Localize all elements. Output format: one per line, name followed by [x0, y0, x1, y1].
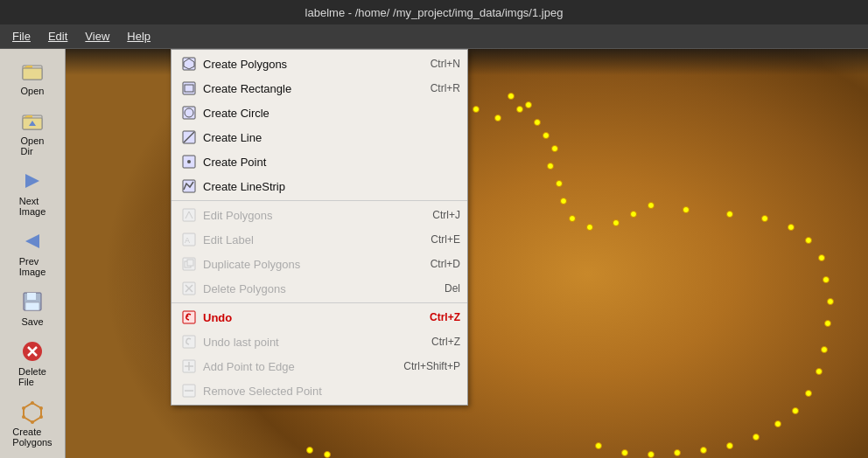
svg-point-18: [22, 406, 25, 410]
sidebar: Open OpenDir NextImage: [0, 49, 66, 458]
svg-marker-4: [25, 174, 39, 188]
annotation-dot: [494, 114, 501, 121]
menu-item-shortcut: Del: [444, 282, 460, 295]
menu-item-create-polygons[interactable]: Create PolygonsCtrl+N: [172, 52, 467, 76]
annotation-dot: [516, 106, 523, 113]
annotation-dot: [827, 298, 834, 305]
open-dir-icon: [18, 107, 46, 135]
delete-polygon-icon: [178, 280, 200, 297]
menu-item-undo-last-point: Undo last pointCtrl+Z: [172, 330, 467, 354]
menu-item-shortcut: Ctrl+N: [430, 58, 460, 70]
next-image-button[interactable]: NextImage: [3, 163, 62, 221]
menu-item-add-point-to-edge: Add Point to EdgeCtrl+Shift+P: [172, 354, 467, 378]
annotation-dot: [682, 206, 690, 213]
remove-point-icon: [178, 382, 200, 399]
svg-point-16: [31, 420, 34, 424]
annotation-dot: [547, 163, 554, 170]
annotation-dot: [621, 449, 628, 456]
open-icon: [18, 57, 46, 85]
menu-item-duplicate-polygons: Duplicate PolygonsCtrl+D: [172, 252, 467, 276]
menu-item-shortcut: Ctrl+J: [432, 209, 460, 221]
annotation-dot: [726, 211, 733, 218]
annotation-dot: [525, 101, 532, 108]
menu-edit[interactable]: Edit: [39, 26, 76, 46]
menu-help[interactable]: Help: [118, 26, 159, 46]
annotation-dot: [822, 276, 830, 283]
menu-file[interactable]: File: [4, 26, 39, 46]
annotation-dot: [821, 346, 828, 353]
create-polygons-sidebar-label: CreatePolygons: [12, 427, 52, 448]
prev-image-button[interactable]: PrevImage: [3, 223, 62, 281]
point-icon: [178, 153, 200, 170]
prev-image-label: PrevImage: [19, 256, 46, 277]
save-label: Save: [21, 316, 43, 327]
delete-file-button[interactable]: DeleteFile: [3, 333, 62, 392]
annotation-dot: [612, 219, 620, 226]
menu-item-label: Duplicate Polygons: [203, 258, 413, 271]
annotation-dot: [788, 224, 794, 231]
save-icon: [18, 288, 46, 316]
menu-item-label: Undo last point: [203, 336, 414, 349]
svg-rect-1: [23, 68, 42, 80]
menu-item-label: Delete Polygons: [203, 282, 427, 295]
menu-item-undo[interactable]: UndoCtrl+Z: [172, 305, 467, 330]
annotation-dot: [542, 132, 550, 139]
menu-item-label: Create LineStrip: [203, 180, 460, 193]
menu-item-shortcut: Ctrl+E: [430, 233, 460, 246]
annotation-dot: [805, 390, 812, 397]
menu-item-create-point[interactable]: Create Point: [172, 149, 467, 174]
menu-item-edit-label: AEdit LabelCtrl+E: [172, 227, 467, 252]
annotation-dot: [726, 442, 733, 449]
menu-item-shortcut: Ctrl+Z: [431, 336, 460, 348]
svg-rect-41: [183, 336, 195, 348]
svg-rect-19: [183, 58, 195, 70]
annotation-dot: [306, 447, 313, 454]
open-dir-button[interactable]: OpenDir: [3, 102, 62, 161]
annotation-dot: [472, 106, 480, 113]
titlebar-text: labelme - /home/ /my_project/img_data/im…: [305, 6, 564, 19]
menu-view[interactable]: View: [76, 26, 118, 46]
save-button[interactable]: Save: [3, 283, 62, 331]
menu-item-label: Undo: [203, 311, 412, 324]
svg-point-28: [187, 160, 191, 163]
menu-item-shortcut: Ctrl+R: [430, 82, 460, 94]
menu-item-label: Create Circle: [203, 107, 460, 120]
annotation-dot: [648, 202, 654, 209]
annotation-dot: [674, 449, 681, 456]
create-polygons-sidebar-button[interactable]: CreatePolygons: [3, 393, 62, 452]
annotation-dot: [792, 407, 799, 414]
edit-label-icon: A: [178, 231, 200, 248]
annotation-dot: [508, 93, 514, 100]
annotation-dot: [752, 434, 760, 441]
svg-rect-8: [25, 302, 39, 310]
annotation-dot: [648, 451, 654, 458]
annotation-dot: [818, 254, 825, 261]
annotation-dot: [805, 237, 812, 244]
svg-marker-5: [25, 234, 39, 248]
annotation-dot: [700, 447, 707, 454]
duplicate-icon: [178, 255, 200, 273]
create-polygon-icon: [18, 398, 46, 426]
annotation-dot: [551, 145, 558, 152]
annotation-dot: [569, 215, 576, 222]
menu-item-label: Create Polygons: [203, 58, 413, 71]
linestrip-icon: [178, 177, 200, 195]
menu-item-label: Add Point to Edge: [203, 360, 386, 373]
image-canvas[interactable]: Create PolygonsCtrl+NCreate RectangleCtr…: [66, 49, 868, 458]
undo-icon: [178, 309, 200, 326]
annotation-dot: [630, 211, 637, 218]
undo-point-icon: [178, 333, 200, 350]
annotation-dot: [324, 451, 331, 458]
titlebar: labelme - /home/ /my_project/img_data/im…: [0, 0, 868, 24]
menu-item-create-linestrip[interactable]: Create LineStrip: [172, 174, 467, 198]
menu-item-create-line[interactable]: Create Line: [172, 125, 467, 149]
menu-item-create-circle[interactable]: Create Circle: [172, 101, 467, 125]
svg-marker-12: [24, 403, 41, 422]
polygon-icon: [178, 55, 200, 73]
open-button[interactable]: Open: [3, 52, 62, 101]
svg-rect-39: [183, 311, 195, 323]
open-dir-label: OpenDir: [21, 135, 45, 156]
next-icon: [18, 167, 46, 195]
menu-item-create-rectangle[interactable]: Create RectangleCtrl+R: [172, 76, 467, 101]
annotation-dot: [556, 180, 563, 187]
